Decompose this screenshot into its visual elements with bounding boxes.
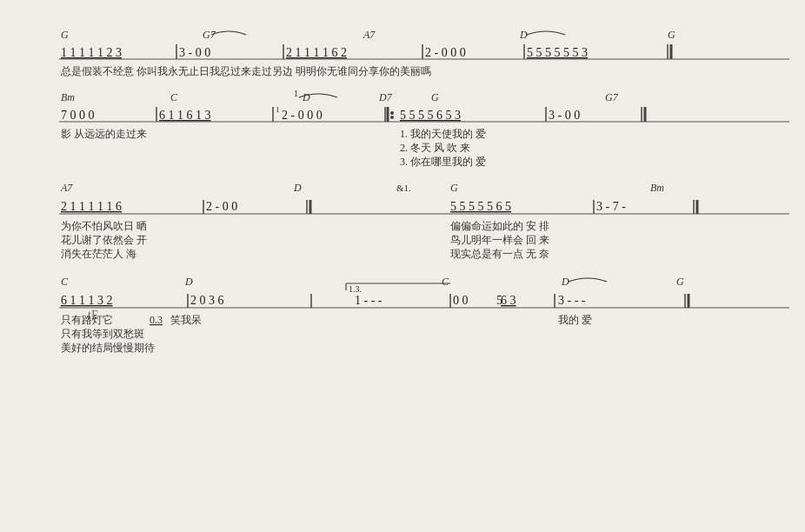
lyrics-s3-1b: 偏偏命运如此的 安 排	[450, 220, 549, 232]
chord-D-s4: D	[184, 276, 193, 288]
chord-Bm-s3: Bm	[650, 182, 664, 194]
lyrics-s4-1b: 笑我呆	[170, 314, 202, 326]
lyrics-s4-1c: 我的 爱	[558, 314, 592, 326]
notes-s3-m3: 5 5 5 5 5 6 5	[450, 200, 511, 213]
chord-G-s4: G	[676, 276, 684, 288]
notes-m5: 5 5 5 5 5 5 3	[527, 46, 588, 59]
chord-G-s2: G	[431, 91, 439, 103]
chord-A7-s3: A7	[60, 182, 73, 194]
svg-point-14	[390, 111, 394, 115]
lyrics-s4-notation: 0.3	[150, 314, 163, 326]
lyrics-s3-3b: 现实总是有一点 无 奈	[450, 248, 549, 260]
notes-s2-m2: 6 1 1 6 1 3	[159, 109, 211, 122]
lyrics-s3-2b: 鸟儿明年一样会 回 来	[450, 234, 549, 246]
notes-s4-m1: 6 1 1 1 3 2	[61, 294, 113, 307]
notes-s4-m4c: 5	[496, 294, 502, 307]
notes-s3-m4: 3 - 7 -	[596, 200, 626, 213]
chord-D-s3: D	[293, 182, 302, 194]
notes-s2-sup: 1	[276, 105, 280, 114]
notes-s2-m4: 5 5 5 5 6 5 3	[400, 109, 461, 122]
notes-s3-m2: 2 - 0 0	[206, 200, 237, 213]
chord-G-s1: G	[61, 29, 69, 41]
chord-C-s2: C	[170, 91, 178, 103]
notes-m3: 2 1 1 1 1 6 2	[286, 46, 347, 59]
chord-Bm-s2: Bm	[61, 91, 75, 103]
svg-text:1: 1	[294, 89, 298, 98]
score-svg: G G7 A7 D G 1 1 1 1 1 2 3 3 - 0 0 2 1 1 …	[24, 16, 805, 532]
repeat-marker: &1.	[396, 183, 411, 193]
chord-G-s3: G	[450, 182, 458, 194]
lyrics-s1: 总是假装不经意 你叫我永无止日我忍过来走过另边 明明你无谁同分享你的美丽嗎	[60, 65, 431, 77]
notes-s4-m2: 2 0 3 6	[190, 294, 224, 307]
notes-m2: 3 - 0 0	[179, 46, 210, 59]
notes-s4-m4a: 0 0	[453, 294, 469, 307]
chord-G7-s1: G7	[203, 29, 216, 41]
lyrics-s4-3a: 美好的结局慢慢期待	[61, 342, 155, 354]
lyrics-s3-1a: 为你不怕风吹日 晒	[61, 220, 147, 232]
score-container: G G7 A7 D G 1 1 1 1 1 2 3 3 - 0 0 2 1 1 …	[0, 0, 805, 532]
notes-s2-m3: 2 - 0 0 0	[282, 109, 323, 122]
notes-s4-m5: 3 - - -	[558, 294, 586, 307]
chord-D-s2: D	[302, 91, 310, 103]
lyrics-s3-2a: 花儿谢了依然会 开	[61, 234, 147, 246]
repeat-bracket-label: 1.3.	[349, 284, 362, 294]
chord-D-s4-2: D	[561, 276, 569, 288]
chord-D-s1: D	[519, 29, 528, 41]
chord-G2-s1: G	[668, 29, 675, 41]
chord-C-s4: C	[61, 276, 69, 288]
lyrics-s4-2a: 只有我等到双愁斑	[61, 328, 144, 340]
svg-rect-0	[24, 16, 805, 532]
te-text: tE	[88, 309, 98, 322]
notes-m4: 2 - 0 0 0	[425, 46, 466, 59]
chord-C-s4-2: C	[442, 276, 449, 288]
svg-point-15	[390, 116, 394, 119]
notes-s3-m1: 2 1 1 1 1 1 6	[61, 200, 122, 213]
notes-s4-m4b: 6 3	[501, 294, 516, 307]
lyrics-s2-1: 影 从远远的走过来	[61, 128, 147, 140]
lyrics-s4-1a: 只有路灯它	[61, 314, 113, 326]
notes-s2-m5: 3 - 0 0	[549, 109, 580, 122]
chord-D7-s2: D7	[378, 91, 393, 103]
chord-A7-s1: A7	[363, 29, 376, 41]
chord-G7-s2: G7	[605, 91, 619, 103]
lyrics-s2-2c: 3. 你在哪里我的 爱	[400, 156, 486, 168]
notes-s2-m1: 7 0 0 0	[61, 109, 95, 122]
lyrics-s2-2b: 2. 冬天 风 吹 来	[400, 142, 470, 154]
lyrics-s2-2a: 1. 我的天使我的 爱	[400, 128, 486, 140]
notes-m1: 1 1 1 1 1 2 3	[61, 46, 122, 59]
notes-s4-m3: 1 - - -	[355, 294, 383, 307]
lyrics-s3-3a: 消失在茫茫人 海	[61, 248, 136, 260]
